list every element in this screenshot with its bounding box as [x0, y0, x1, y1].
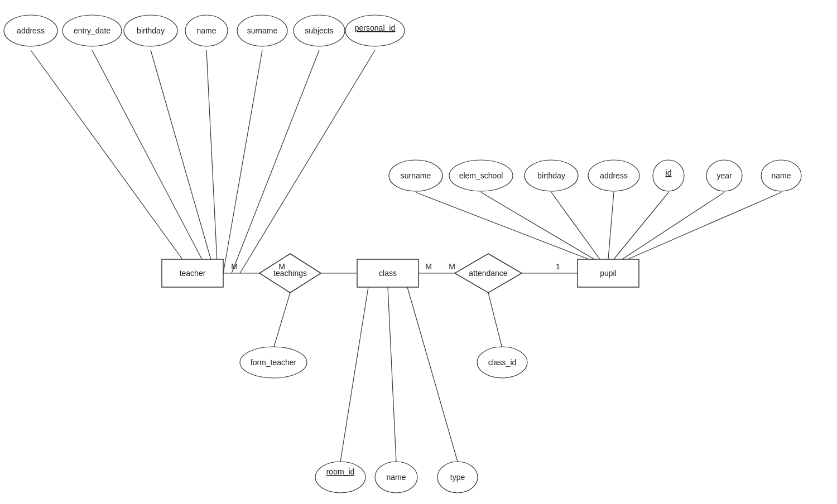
- svg-line-0: [31, 50, 193, 273]
- room-id-attr: [315, 462, 365, 493]
- svg-line-16: [416, 192, 589, 259]
- svg-line-22: [628, 192, 781, 259]
- type-label: type: [450, 473, 465, 482]
- name-teacher-label: name: [196, 26, 216, 35]
- svg-line-19: [608, 192, 614, 259]
- class-id-label: class_id: [488, 358, 517, 367]
- birthday-label: birthday: [137, 26, 165, 35]
- class-entity-label: class: [379, 269, 397, 278]
- year-label: year: [716, 171, 732, 180]
- svg-line-21: [622, 192, 724, 259]
- pupil-entity-label: pupil: [600, 269, 617, 278]
- teacher-entity-label: teacher: [180, 269, 206, 278]
- svg-line-2: [151, 50, 215, 273]
- elem-school-label: elem_school: [459, 171, 503, 180]
- surname-pupil-label: surname: [401, 171, 431, 180]
- name-class-label: name: [386, 473, 406, 482]
- cardinality-m3: M: [425, 262, 432, 271]
- er-diagram: address entry_date birthday name surname…: [0, 0, 837, 504]
- subjects-label: subjects: [305, 26, 333, 35]
- svg-line-12: [488, 293, 502, 348]
- svg-line-5: [232, 50, 319, 273]
- svg-line-1: [92, 50, 209, 273]
- address-pupil-label: address: [600, 171, 628, 180]
- cardinality-m1: M: [231, 262, 238, 271]
- svg-line-6: [240, 50, 375, 273]
- svg-line-13: [340, 287, 368, 462]
- svg-line-18: [551, 192, 600, 259]
- attendance-label: attendance: [469, 269, 507, 278]
- personal-id-label: personal_id: [355, 23, 395, 32]
- name-pupil-label: name: [771, 171, 791, 180]
- room-id-label: room_id: [326, 467, 355, 476]
- svg-line-14: [388, 287, 396, 462]
- id-pupil-label: id: [666, 168, 672, 177]
- cardinality-m4: M: [449, 262, 455, 271]
- address-label: address: [17, 26, 45, 35]
- entry-date-label: entry_date: [74, 26, 110, 35]
- svg-line-15: [407, 287, 458, 462]
- cardinality-m2: M: [278, 262, 285, 271]
- svg-line-11: [273, 293, 290, 348]
- svg-line-17: [481, 192, 594, 259]
- svg-line-20: [614, 192, 668, 259]
- surname-teacher-label: surname: [247, 26, 278, 35]
- birthday-pupil-label: birthday: [537, 171, 565, 180]
- form-teacher-label: form_teacher: [251, 358, 297, 367]
- cardinality-1: 1: [556, 262, 560, 271]
- svg-line-3: [206, 50, 218, 273]
- svg-line-4: [223, 50, 262, 273]
